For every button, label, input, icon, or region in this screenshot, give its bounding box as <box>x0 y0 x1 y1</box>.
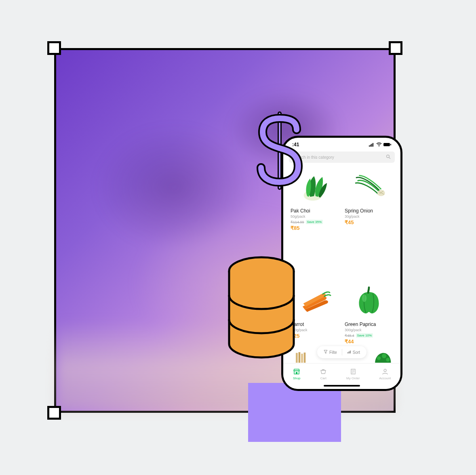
product-old-price: ₹114.99 <box>291 220 304 224</box>
selection-handle-top-left[interactable] <box>47 41 61 55</box>
sort-icon <box>347 350 351 355</box>
svg-point-8 <box>387 155 390 158</box>
product-pack: 50g/pack <box>291 214 339 219</box>
svg-rect-21 <box>349 351 350 353</box>
selection-handle-top-right[interactable] <box>389 41 402 55</box>
product-image-green-paprica <box>345 284 393 317</box>
nav-label: My Order <box>346 376 360 380</box>
nav-label: Account <box>379 376 391 380</box>
filter-sort-pill: Filte Sort <box>317 346 366 358</box>
svg-rect-6 <box>383 143 390 146</box>
battery-icon <box>383 143 392 147</box>
product-card[interactable]: Spring Onion 30g/pack ₹45 <box>345 170 393 275</box>
nav-account[interactable]: Account <box>379 368 391 380</box>
nav-label: Shop <box>293 376 301 380</box>
svg-rect-22 <box>350 351 351 353</box>
wifi-icon <box>376 143 382 147</box>
product-save-badge: Save 35% <box>306 220 323 224</box>
product-old-price: ₹48.4 <box>345 334 354 338</box>
svg-rect-7 <box>390 144 391 145</box>
product-pack: 300g/pack <box>345 328 393 332</box>
sort-button[interactable]: Sort <box>342 350 365 355</box>
nav-cart[interactable]: Cart <box>320 368 327 380</box>
product-save-badge: Save 10% <box>356 333 373 338</box>
svg-rect-20 <box>348 352 348 353</box>
svg-rect-3 <box>371 144 372 147</box>
svg-rect-2 <box>370 145 371 147</box>
filter-button[interactable]: Filte <box>319 350 342 355</box>
product-name: Green Paprica <box>345 322 393 327</box>
product-name: Spring Onion <box>345 208 393 214</box>
sort-label: Sort <box>353 350 360 355</box>
svg-rect-4 <box>373 143 373 147</box>
home-indicator <box>324 385 360 387</box>
product-pack: 30g/pack <box>345 214 393 219</box>
database-icon <box>227 256 296 359</box>
dollar-icon <box>251 110 308 191</box>
nav-my-order[interactable]: My Order <box>346 368 360 380</box>
product-price: ₹85 <box>291 225 339 231</box>
product-pack: 250g/pack <box>291 328 339 332</box>
product-image-carrot <box>291 284 339 317</box>
product-image-spring-onion <box>345 170 393 204</box>
filter-icon <box>324 350 328 355</box>
svg-line-9 <box>389 158 390 159</box>
account-icon <box>381 368 389 376</box>
product-price: ₹25 <box>291 333 339 339</box>
phone-backdrop <box>248 383 341 442</box>
bottom-nav: Shop Cart My Order Account <box>283 363 400 389</box>
filter-label: Filte <box>329 350 337 355</box>
product-price: ₹45 <box>345 219 393 225</box>
svg-rect-1 <box>369 145 370 147</box>
svg-point-5 <box>379 145 380 147</box>
cart-icon <box>320 368 327 376</box>
shop-icon <box>293 368 300 376</box>
order-icon <box>350 368 357 376</box>
nav-label: Cart <box>320 376 326 380</box>
svg-point-29 <box>384 369 386 372</box>
product-name: Carrot <box>291 322 339 327</box>
product-price: ₹44 <box>345 338 393 345</box>
selection-handle-bottom-left[interactable] <box>47 406 61 420</box>
signal-icon <box>369 143 375 147</box>
search-icon <box>386 154 391 160</box>
svg-point-12 <box>362 294 366 302</box>
svg-rect-24 <box>296 372 297 374</box>
nav-shop[interactable]: Shop <box>293 368 301 380</box>
product-name: Pak Choi <box>291 208 339 214</box>
